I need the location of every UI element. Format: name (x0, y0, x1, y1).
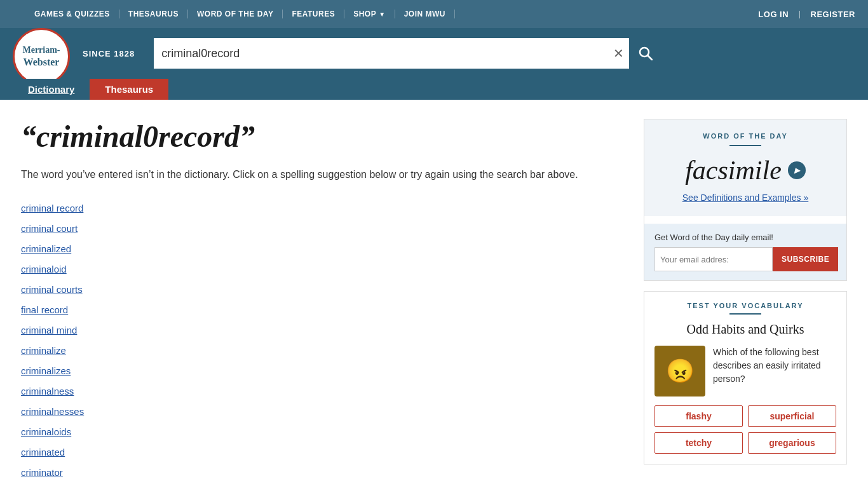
suggestion-link[interactable]: criminal court (21, 223, 78, 234)
nav-shop[interactable]: SHOP ▼ (344, 10, 395, 18)
suggestion-link[interactable]: criminalnesses (21, 406, 84, 417)
wotd-section: WORD OF THE DAY facsimile See Definition… (644, 119, 846, 216)
vocab-divider (729, 313, 761, 315)
email-input[interactable] (654, 247, 773, 271)
nav-word-of-the-day[interactable]: WORD OF THE DAY (188, 10, 283, 18)
list-item: criminal courts (21, 280, 631, 300)
list-item: criminators (21, 483, 631, 488)
list-item: criminalnesses (21, 402, 631, 422)
logo[interactable]: Merriam- Webster (13, 28, 70, 85)
suggestion-link[interactable]: criminated (21, 447, 65, 458)
tab-thesaurus[interactable]: Thesaurus (90, 79, 168, 100)
content-left: “criminal0record” The word you’ve entere… (21, 119, 631, 488)
top-nav-auth: LOG IN | REGISTER (758, 10, 855, 19)
email-form: SUBSCRIBE (654, 247, 836, 271)
top-nav: GAMES & QUIZZES THESAURUS WORD OF THE DA… (0, 0, 868, 28)
suggestion-link[interactable]: final record (21, 304, 68, 315)
vocab-title: Odd Habits and Quirks (654, 322, 836, 337)
nav-thesaurus[interactable]: THESAURUS (119, 10, 188, 18)
suggestion-link[interactable]: criminalized (21, 243, 71, 254)
suggestion-link[interactable]: criminal courts (21, 284, 83, 295)
vocab-question-row: 😠 Which of the following best describes … (654, 346, 836, 396)
main-content: “criminal0record” The word you’ve entere… (8, 100, 860, 488)
chevron-down-icon: ▼ (379, 11, 385, 18)
answer-tetchy[interactable]: tetchy (654, 432, 743, 454)
wotd-divider (729, 145, 761, 146)
answer-superficial[interactable]: superficial (748, 405, 836, 427)
list-item: criminal court (21, 219, 631, 239)
page-heading: “criminal0record” (21, 119, 631, 154)
list-item: criminaloids (21, 422, 631, 442)
logo-bar: Merriam- Webster SINCE 1828 ✕ (0, 28, 868, 79)
register-link[interactable]: REGISTER (811, 10, 855, 19)
top-nav-links: GAMES & QUIZZES THESAURUS WORD OF THE DA… (25, 10, 758, 18)
tab-bar: Dictionary Thesaurus (0, 79, 868, 100)
suggestion-link[interactable]: criminalness (21, 386, 74, 396)
list-item: criminalize (21, 341, 631, 361)
search-button[interactable] (629, 38, 662, 69)
vocab-answers: flashy superficial tetchy gregarious (654, 405, 836, 454)
search-clear-button[interactable]: ✕ (608, 43, 629, 64)
email-section: Get Word of the Day daily email! SUBSCRI… (644, 224, 846, 280)
tab-dictionary[interactable]: Dictionary (13, 79, 90, 100)
suggestion-link[interactable]: criminal mind (21, 325, 77, 336)
vocab-card: TEST YOUR VOCABULARY Odd Habits and Quir… (644, 291, 847, 464)
wotd-label: WORD OF THE DAY (657, 132, 834, 140)
list-item: criminalness (21, 381, 631, 402)
wotd-word: facsimile (657, 155, 834, 186)
suggestion-link[interactable]: criminator (21, 467, 63, 478)
wotd-see-link[interactable]: See Definitions and Examples (682, 193, 808, 203)
vocab-image: 😠 (654, 346, 705, 396)
list-item: criminaloid (21, 259, 631, 280)
email-label: Get Word of the Day daily email! (654, 233, 836, 242)
list-item: criminalized (21, 239, 631, 259)
search-input[interactable] (154, 38, 629, 69)
wotd-card: WORD OF THE DAY facsimile See Definition… (644, 119, 847, 281)
suggestion-link[interactable]: criminaloid (21, 264, 67, 274)
vocab-label: TEST YOUR VOCABULARY (654, 302, 836, 309)
search-icon (639, 46, 653, 60)
log-in-link[interactable]: LOG IN (758, 10, 789, 19)
nav-features[interactable]: FEATURES (283, 10, 344, 18)
list-item: criminated (21, 442, 631, 463)
nav-join-mwu[interactable]: JOIN MWU (395, 10, 455, 18)
content-right: WORD OF THE DAY facsimile See Definition… (644, 119, 847, 488)
nav-games-quizzes[interactable]: GAMES & QUIZZES (25, 10, 119, 18)
suggestion-link[interactable]: criminalizes (21, 365, 71, 376)
subscribe-button[interactable]: SUBSCRIBE (773, 247, 838, 271)
since-text: SINCE 1828 (83, 49, 135, 58)
search-bar: ✕ (154, 38, 662, 69)
suggestion-link[interactable]: criminaloids (21, 426, 71, 437)
audio-play-button[interactable] (788, 161, 806, 179)
list-item: criminal mind (21, 320, 631, 341)
suggestion-link[interactable]: criminalize (21, 345, 66, 356)
suggestions-list: criminal record criminal court criminali… (21, 198, 631, 488)
vocab-question-text: Which of the following best describes an… (713, 346, 836, 386)
list-item: criminal record (21, 198, 631, 219)
answer-gregarious[interactable]: gregarious (748, 432, 836, 454)
not-found-message: The word you’ve entered isn’t in the dic… (21, 166, 631, 183)
list-item: final record (21, 300, 631, 320)
auth-divider: | (799, 10, 800, 19)
answer-flashy[interactable]: flashy (654, 405, 743, 427)
suggestion-link[interactable]: criminal record (21, 203, 83, 214)
logo-line2: Webster (22, 56, 60, 69)
list-item: criminator (21, 463, 631, 483)
logo-line1: Merriam- (22, 44, 60, 56)
list-item: criminalizes (21, 361, 631, 381)
svg-line-1 (648, 56, 653, 60)
